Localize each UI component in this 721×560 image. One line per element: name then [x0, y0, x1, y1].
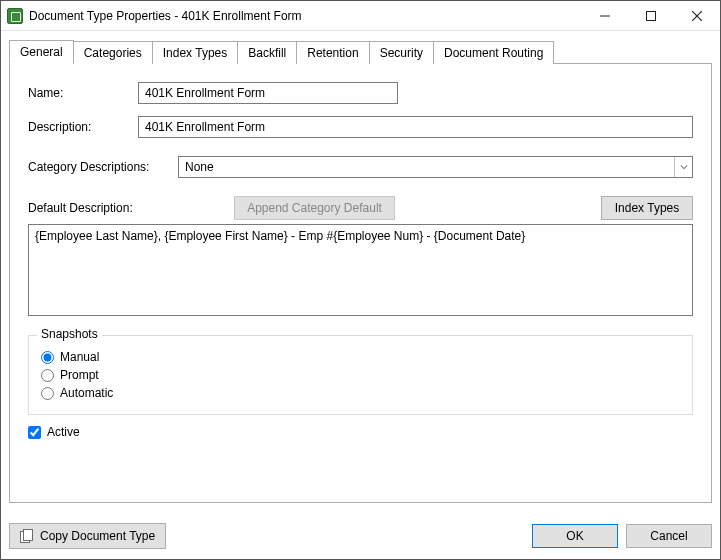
category-desc-value: None	[179, 160, 674, 174]
cancel-button[interactable]: Cancel	[626, 524, 712, 548]
snapshot-automatic-radio[interactable]	[41, 387, 54, 400]
category-desc-label: Category Descriptions:	[28, 160, 178, 174]
content: General Categories Index Types Backfill …	[9, 39, 712, 503]
svg-rect-1	[647, 11, 656, 20]
tab-categories[interactable]: Categories	[73, 41, 153, 64]
name-label: Name:	[28, 86, 138, 100]
description-label: Description:	[28, 120, 138, 134]
row-default-desc-header: Default Description: Append Category Def…	[28, 196, 693, 220]
minimize-icon	[600, 11, 610, 21]
tab-general[interactable]: General	[9, 40, 74, 64]
row-description: Description:	[28, 116, 693, 138]
copy-document-type-button[interactable]: Copy Document Type	[9, 523, 166, 549]
close-icon	[692, 11, 702, 21]
bottom-bar: Copy Document Type OK Cancel	[9, 523, 712, 549]
snapshot-manual-radio[interactable]	[41, 351, 54, 364]
snapshot-manual-label: Manual	[60, 350, 99, 364]
snapshots-group: Snapshots Manual Prompt Automatic	[28, 335, 693, 415]
maximize-icon	[646, 11, 656, 21]
titlebar: Document Type Properties - 401K Enrollme…	[1, 1, 720, 31]
default-desc-label: Default Description:	[28, 201, 234, 215]
minimize-button[interactable]	[582, 1, 628, 30]
default-desc-textarea[interactable]	[28, 224, 693, 316]
snapshot-manual[interactable]: Manual	[41, 350, 680, 364]
tab-index-types[interactable]: Index Types	[152, 41, 239, 64]
copy-document-type-label: Copy Document Type	[40, 529, 155, 543]
snapshot-prompt[interactable]: Prompt	[41, 368, 680, 382]
tab-security[interactable]: Security	[369, 41, 434, 64]
copy-icon	[20, 529, 34, 543]
index-types-button[interactable]: Index Types	[601, 196, 693, 220]
row-name: Name:	[28, 82, 693, 104]
active-label: Active	[47, 425, 80, 439]
close-button[interactable]	[674, 1, 720, 30]
snapshots-legend: Snapshots	[37, 327, 102, 341]
category-desc-select[interactable]: None	[178, 156, 693, 178]
snapshot-prompt-radio[interactable]	[41, 369, 54, 382]
snapshot-prompt-label: Prompt	[60, 368, 99, 382]
app-icon	[7, 8, 23, 24]
window-title: Document Type Properties - 401K Enrollme…	[29, 9, 582, 23]
name-input[interactable]	[138, 82, 398, 104]
tab-retention[interactable]: Retention	[296, 41, 369, 64]
active-checkbox[interactable]	[28, 426, 41, 439]
tab-strip: General Categories Index Types Backfill …	[9, 39, 712, 63]
snapshot-automatic-label: Automatic	[60, 386, 113, 400]
description-input[interactable]	[138, 116, 693, 138]
active-row[interactable]: Active	[28, 425, 693, 439]
chevron-down-icon	[674, 157, 692, 177]
append-category-default-button[interactable]: Append Category Default	[234, 196, 395, 220]
tab-panel-general: Name: Description: Category Descriptions…	[9, 63, 712, 503]
snapshot-automatic[interactable]: Automatic	[41, 386, 680, 400]
ok-button[interactable]: OK	[532, 524, 618, 548]
row-category-desc: Category Descriptions: None	[28, 156, 693, 178]
window-controls	[582, 1, 720, 30]
maximize-button[interactable]	[628, 1, 674, 30]
tab-document-routing[interactable]: Document Routing	[433, 41, 554, 64]
tab-backfill[interactable]: Backfill	[237, 41, 297, 64]
